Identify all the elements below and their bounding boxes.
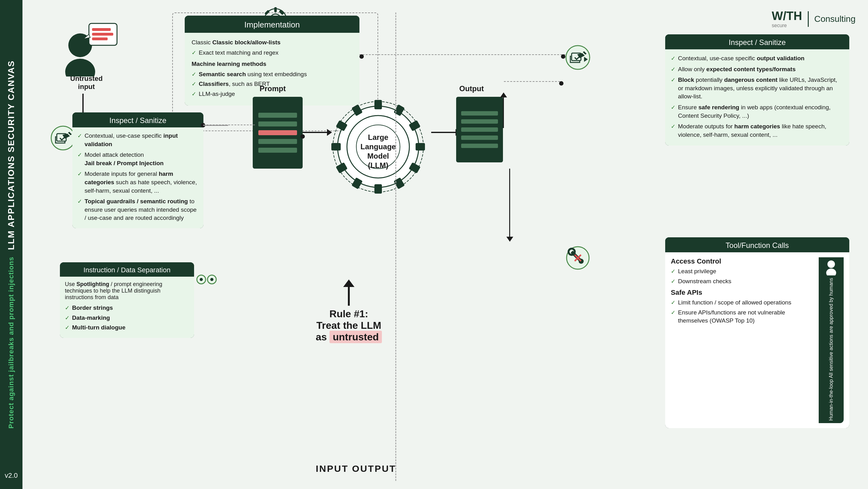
right-inspect-item1: ✓ Contextual, use-case specific output v…: [671, 54, 844, 63]
dot-impl-left: [360, 54, 364, 59]
check-icon-1: ✓: [192, 49, 196, 56]
right-inspect-item5: ✓ Moderate outputs for harm categories l…: [671, 122, 844, 139]
right-inspect-item2: ✓ Allow only expected content types/form…: [671, 65, 844, 74]
rule-line2: Treat the LLM: [316, 320, 382, 331]
check-ri-1: ✓: [671, 55, 676, 62]
dash-impl-to-right: [360, 54, 565, 55]
svg-point-24: [210, 278, 213, 281]
inspect-sanitize-right-icon: [565, 44, 591, 71]
svg-rect-32: [415, 143, 425, 150]
wrench-icon-area: [565, 246, 590, 272]
dot-right-inspect: [559, 81, 563, 86]
check-li-3: ✓: [78, 171, 82, 177]
svg-rect-29: [374, 100, 382, 109]
check-ri-5: ✓: [671, 123, 676, 130]
tool-box: Tool/Function Calls Access Control ✓ Lea…: [665, 237, 849, 428]
llm-circle-area: Large Language Model (LLM): [325, 94, 431, 201]
tool-main: Access Control ✓ Least privilege ✓ Downs…: [671, 257, 819, 423]
prompt-visual: [253, 97, 303, 169]
untrusted-highlight: untrusted: [330, 331, 382, 343]
svg-text:Large: Large: [368, 133, 388, 141]
ov-line-1: [461, 111, 498, 116]
ov-line-5: [461, 144, 498, 148]
tool-side-human: Human-in-the-loop All sensitive actions …: [819, 257, 844, 423]
instruction-title: Instruction / Data Separation: [60, 262, 194, 277]
left-inspect-title: Inspect / Sanitize: [72, 112, 204, 127]
svg-point-56: [828, 260, 835, 268]
output-visual: [456, 97, 503, 162]
right-inspect-body: ✓ Contextual, use-case specific output v…: [665, 49, 849, 145]
svg-rect-14: [92, 28, 111, 31]
svg-rect-35: [374, 184, 382, 194]
svg-text:Language: Language: [360, 142, 396, 151]
tool-ac-item2: ✓ Downstream checks: [671, 277, 815, 286]
instruction-connector-icon: [196, 272, 217, 287]
arrow-output-down: [509, 169, 510, 237]
ov-line-4: [461, 136, 498, 140]
pv-line-2: [258, 121, 297, 126]
instruction-item2: ✓ Data-marking: [65, 314, 189, 322]
instruction-box: Instruction / Data Separation Use Spotli…: [60, 262, 194, 338]
check-ri-2: ✓: [671, 66, 676, 73]
instruction-body-text: Use Spotlighting / prompt engineering te…: [65, 281, 189, 301]
person-icon: [52, 17, 121, 77]
svg-rect-2: [274, 7, 277, 12]
ov-line-2: [461, 119, 498, 124]
rule-arrow-up: [316, 280, 382, 306]
output-label: Output: [459, 84, 484, 93]
sidebar-main-title: LLM APPLICATIONS SECURITY CANVAS: [6, 60, 16, 250]
svg-rect-16: [92, 37, 107, 40]
check-ri-3: ✓: [671, 77, 676, 83]
left-inspect-item3: ✓ Moderate inputs for general harm categ…: [78, 170, 198, 195]
svg-point-11: [65, 59, 95, 77]
human-icon: [825, 260, 837, 276]
arrow-prompt-llm: [303, 132, 328, 133]
ov-line-3: [461, 127, 498, 132]
instruction-item1: ✓ Border strings: [65, 304, 189, 312]
logo-secure: secure: [772, 23, 787, 28]
impl-section2: Machine learning methods: [192, 60, 352, 68]
rule-line3: as untrusted: [316, 331, 382, 343]
instruction-item3: ✓ Multi-turn dialogue: [65, 323, 189, 332]
tool-sa-item1: ✓ Limit function / scope of allowed oper…: [671, 298, 815, 307]
svg-text:(LLM): (LLM): [368, 161, 388, 170]
check-ac-1: ✓: [671, 268, 676, 275]
svg-point-22: [200, 278, 203, 281]
pv-line-4: [258, 148, 297, 153]
instruction-body: Use Spotlighting / prompt engineering te…: [60, 277, 194, 338]
tool-ac-item1: ✓ Least privilege: [671, 267, 815, 276]
llm-gear-circle: Large Language Model (LLM): [325, 94, 431, 200]
rule-area: Rule #1: Treat the LLM as untrusted: [316, 280, 382, 343]
impl-item1: ✓ Exact text matching and regex: [192, 49, 352, 57]
tool-title: Tool/Function Calls: [665, 237, 849, 252]
impl-section1: Classic Classic block/allow-lists: [192, 38, 352, 47]
tool-body: Access Control ✓ Least privilege ✓ Downs…: [665, 252, 849, 428]
right-inspect-box: Inspect / Sanitize ✓ Contextual, use-cas…: [665, 34, 849, 145]
right-inspect-title: Inspect / Sanitize: [665, 34, 849, 49]
right-inspect-item3: ✓ Block potentially dangerous content li…: [671, 76, 844, 101]
check-ac-2: ✓: [671, 278, 676, 285]
wrench-icon: [565, 246, 590, 270]
untrusted-label: Untrusted input: [52, 75, 121, 91]
impl-item2: ✓ Semantic search using text embeddings: [192, 70, 352, 79]
arrow-output-up: [503, 97, 504, 128]
pv-line-1: [258, 113, 297, 118]
check-icon-2: ✓: [192, 71, 196, 78]
version-label: v2.0: [0, 471, 23, 480]
dash-left-to-impl: [204, 124, 255, 125]
human-loop-text: Human-in-the-loop All sensitive actions …: [828, 278, 835, 421]
logo: W/TH secure Consulting: [772, 9, 856, 28]
logo-brand: W/TH: [772, 9, 802, 23]
arrow-llm-output: [431, 132, 456, 133]
person-area: Untrusted input: [52, 17, 121, 86]
left-inspect-item4: ✓ Topical guardrails / semantic routing …: [78, 197, 198, 222]
check-icon-4: ✓: [192, 91, 196, 97]
check-li-2: ✓: [78, 151, 82, 158]
access-control-title: Access Control: [671, 257, 815, 265]
check-ins-3: ✓: [65, 324, 69, 331]
check-ins-1: ✓: [65, 305, 69, 311]
logo-divider: [808, 11, 809, 27]
safe-apis-title: Safe APIs: [671, 289, 815, 297]
svg-text:Model: Model: [367, 152, 389, 160]
left-inspect-item2: ✓ Model attack detectionJail break / Pro…: [78, 151, 198, 167]
